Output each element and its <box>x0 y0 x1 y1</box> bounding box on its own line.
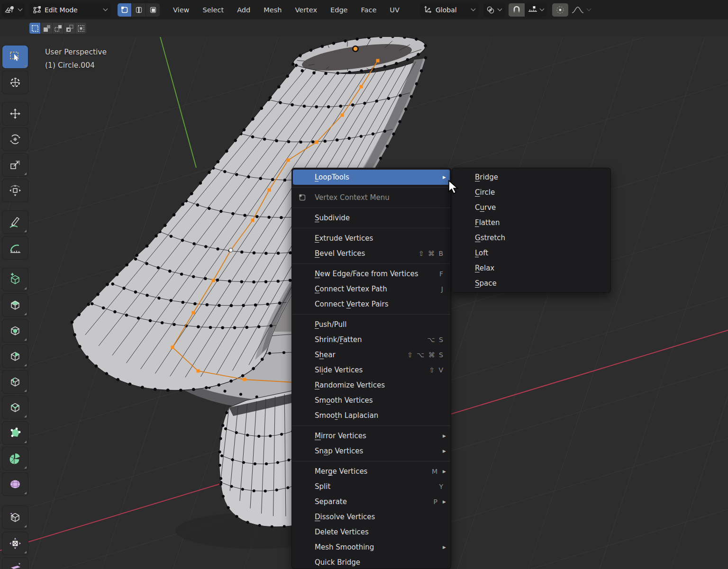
menu-vertex[interactable]: Vertex <box>288 6 324 14</box>
looptools-curve[interactable]: Curve <box>452 200 610 215</box>
orientation-dropdown[interactable]: Global <box>420 3 479 17</box>
tool-shrink-fatten-button[interactable] <box>2 532 28 555</box>
tool-annotate-button[interactable] <box>2 211 28 234</box>
selected-vertex <box>212 279 215 282</box>
select-box-icon <box>8 50 22 64</box>
tool-poly-build-button[interactable] <box>2 422 28 444</box>
tool-cursor-button[interactable] <box>2 71 28 94</box>
tool-move-button[interactable] <box>2 102 28 125</box>
menu-item-snap-vertices[interactable]: Snap Vertices▶ <box>292 443 451 459</box>
tool-extrude-region-button[interactable] <box>2 294 28 316</box>
tool-edge-slide-button[interactable] <box>2 506 28 529</box>
edge-select-mode-button[interactable] <box>132 3 146 17</box>
menu-item-randomize-vertices[interactable]: Randomize Vertices <box>292 378 451 393</box>
select-intersect-button[interactable] <box>75 23 86 34</box>
perspective-label: User Perspective <box>45 45 107 59</box>
menu-item-shortcut: ⌥ S <box>428 336 446 343</box>
proportional-editing-toggle[interactable] <box>552 3 568 17</box>
tool-select-box-button[interactable] <box>2 45 28 68</box>
selected-vertex <box>360 85 363 89</box>
menu-item-new-edge-face-from-vertices[interactable]: New Edge/Face from VerticesF <box>292 266 451 281</box>
menu-item-smooth-laplacian[interactable]: Smooth Laplacian <box>292 408 451 423</box>
menu-item-subdivide[interactable]: Subdivide <box>292 210 451 226</box>
menu-select[interactable]: Select <box>196 6 230 14</box>
tool-loop-cut-button[interactable] <box>2 370 28 393</box>
tool-bevel-button[interactable] <box>2 345 28 368</box>
tool-rotate-button[interactable] <box>2 128 28 151</box>
select-invert-button[interactable] <box>64 23 75 34</box>
mode-label: Edit Mode <box>45 6 100 14</box>
submenu-arrow-icon: ▶ <box>441 469 446 474</box>
selected-vertex <box>268 189 271 192</box>
menu-item-label: Delete Vertices <box>315 528 369 536</box>
menu-item-smooth-vertices[interactable]: Smooth Vertices <box>292 393 451 408</box>
menu-edge[interactable]: Edge <box>324 6 355 14</box>
looptools-flatten[interactable]: Flatten <box>452 215 610 230</box>
editor-type-button[interactable] <box>2 3 25 17</box>
looptools-loft[interactable]: Loft <box>452 245 610 261</box>
smooth-icon <box>8 477 22 491</box>
menu-item-mesh-smoothing[interactable]: Mesh Smoothing▶ <box>292 540 451 555</box>
vertex-select-mode-button[interactable] <box>118 3 131 17</box>
menu-item-dissolve-vertices[interactable]: Dissolve Vertices <box>292 509 451 524</box>
menu-item-label: Smooth Vertices <box>315 396 373 405</box>
select-subtract-button[interactable] <box>53 23 64 34</box>
select-new-button[interactable] <box>29 23 40 34</box>
menu-item-shear[interactable]: Shear⇧ ⌥ ⌘ S <box>292 347 451 362</box>
pivot-point-dropdown[interactable] <box>483 3 505 17</box>
menu-item-looptools[interactable]: LoopTools▶ <box>293 170 450 185</box>
menu-face[interactable]: Face <box>355 6 383 14</box>
menu-add[interactable]: Add <box>230 6 257 14</box>
menu-item-quick-bridge[interactable]: Quick Bridge <box>292 555 451 569</box>
menu-item-extrude-vertices[interactable]: Extrude Vertices <box>292 231 451 246</box>
looptools-circle[interactable]: Circle <box>452 185 610 200</box>
menu-item-label: Curve <box>475 203 496 212</box>
face-select-mode-button[interactable] <box>146 3 160 17</box>
tool-smooth-button[interactable] <box>2 473 28 496</box>
menu-item-slide-vertices[interactable]: Slide Vertices⇧ V <box>292 362 451 378</box>
tool-knife-button[interactable] <box>2 396 28 419</box>
looptools-submenu: BridgeCircleCurveFlattenGstretchLoftRela… <box>452 168 611 293</box>
tool-measure-button[interactable] <box>2 236 28 259</box>
selected-vertex <box>287 159 290 162</box>
mode-dropdown[interactable]: Edit Mode <box>29 3 111 17</box>
selected-vertex <box>315 141 318 144</box>
selected-vertex <box>197 370 200 373</box>
tool-shear-button[interactable] <box>2 558 28 569</box>
menu-item-label: Gstretch <box>475 234 505 242</box>
looptools-bridge[interactable]: Bridge <box>452 170 610 185</box>
menu-item-label: Push/Pull <box>315 320 346 329</box>
tool-spin-button[interactable] <box>2 447 28 470</box>
menu-item-separate[interactable]: SeparateP▶ <box>292 494 451 509</box>
knife-icon <box>8 400 22 415</box>
tool-scale-button[interactable] <box>2 154 28 176</box>
menu-item-label: Randomize Vertices <box>315 381 385 389</box>
menu-item-mirror-vertices[interactable]: Mirror Vertices▶ <box>292 428 451 443</box>
menu-item-label: LoopTools <box>315 173 349 181</box>
active-vertex <box>354 47 357 51</box>
tool-transform-button[interactable] <box>2 179 28 202</box>
menu-item-connect-vertex-path[interactable]: Connect Vertex PathJ <box>292 281 451 297</box>
menu-item-connect-vertex-pairs[interactable]: Connect Vertex Pairs <box>292 297 451 312</box>
menu-item-delete-vertices[interactable]: Delete Vertices <box>292 524 451 540</box>
menu-uv[interactable]: UV <box>383 6 406 14</box>
tool-add-cube-button[interactable] <box>2 268 28 291</box>
menu-item-bevel-vertices[interactable]: Bevel Vertices⇧ ⌘ B <box>292 246 451 261</box>
menu-item-split[interactable]: SplitY <box>292 479 451 494</box>
menu-item-merge-vertices[interactable]: Merge VerticesM▶ <box>292 464 451 479</box>
menu-mesh[interactable]: Mesh <box>257 6 288 14</box>
looptools-space[interactable]: Space <box>452 276 610 291</box>
snap-target-dropdown[interactable] <box>525 3 546 17</box>
menu-view[interactable]: View <box>166 6 196 14</box>
submenu-arrow-icon: ▶ <box>441 175 446 180</box>
menu-item-push-pull[interactable]: Push/Pull <box>292 317 451 332</box>
looptools-relax[interactable]: Relax <box>452 261 610 276</box>
snap-toggle-button[interactable] <box>509 3 525 17</box>
looptools-gstretch[interactable]: Gstretch <box>452 230 610 245</box>
menu-separator <box>292 228 450 228</box>
menu-item-shrink-fatten[interactable]: Shrink/Fatten⌥ S <box>292 332 451 347</box>
falloff-dropdown[interactable] <box>568 3 587 17</box>
select-extend-button[interactable] <box>41 23 52 34</box>
scale-icon <box>8 158 22 172</box>
tool-inset-faces-button[interactable] <box>2 319 28 342</box>
